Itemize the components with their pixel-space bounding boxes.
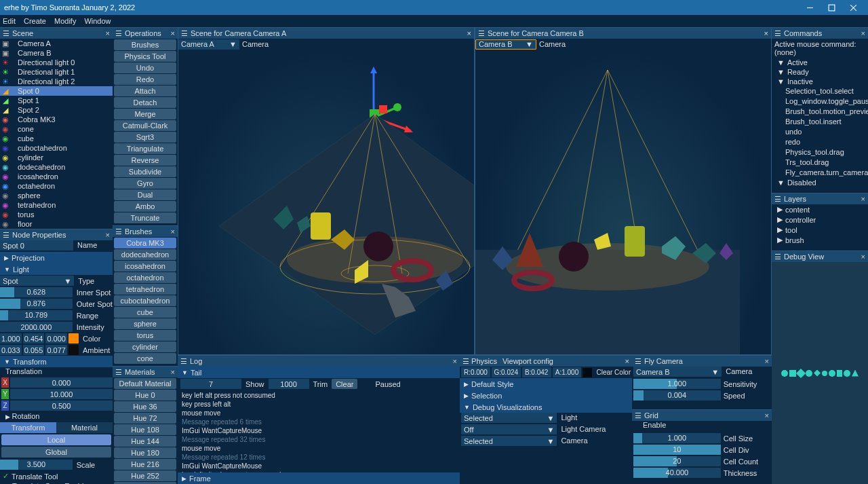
- viz-light-mode[interactable]: Selected▼: [461, 413, 557, 423]
- log-max[interactable]: 1000: [269, 379, 309, 389]
- material-button[interactable]: Hue 180: [114, 447, 176, 458]
- close-icon[interactable]: ×: [861, 29, 865, 37]
- default-style-section[interactable]: ▶Default Style: [460, 378, 632, 390]
- transform-section[interactable]: ▼Transform: [0, 356, 113, 367]
- cell-div-slider[interactable]: 10: [633, 445, 721, 455]
- log-frame-section[interactable]: ▶Frame: [178, 472, 460, 484]
- material-button[interactable]: Hue 144: [114, 436, 176, 447]
- close-icon[interactable]: ×: [625, 357, 629, 365]
- log-tail-section[interactable]: ▼Tail: [178, 367, 460, 378]
- scene-panel-header[interactable]: ☰ Scene ×: [0, 27, 113, 39]
- grid-header[interactable]: ☰ Grid ×: [632, 409, 772, 421]
- ambient-r[interactable]: 0.033: [0, 345, 22, 355]
- op-button[interactable]: Detach: [114, 97, 176, 108]
- viewport-a-camera-dropdown[interactable]: Camera A▼: [178, 39, 239, 50]
- scene-item[interactable]: ◉tetrahedron: [0, 200, 113, 210]
- close-icon[interactable]: ×: [171, 29, 175, 37]
- color-r[interactable]: 1.000: [0, 333, 22, 343]
- material-button[interactable]: Hue 216: [114, 459, 176, 470]
- scene-item[interactable]: ☀Directional light 1: [0, 67, 113, 77]
- layer-item[interactable]: ▶brush: [772, 235, 868, 245]
- scene-item[interactable]: ◉cylinder: [0, 153, 113, 162]
- color-swatch[interactable]: [68, 333, 79, 343]
- cmd-disabled[interactable]: ▼Disabled: [772, 178, 868, 187]
- layers-header[interactable]: ☰ Layers ×: [772, 193, 868, 204]
- scene-item[interactable]: ☀Directional light 0: [0, 58, 113, 67]
- debug-view-header[interactable]: ☰ Debug View ×: [772, 250, 868, 262]
- op-button[interactable]: Sqrt3: [114, 132, 176, 143]
- op-button[interactable]: Brushes: [114, 39, 176, 50]
- close-icon[interactable]: ×: [765, 357, 769, 365]
- brush-button[interactable]: cuboctahedron: [114, 295, 176, 306]
- material-button[interactable]: Default Material: [114, 378, 176, 389]
- material-button[interactable]: Hue 108: [114, 424, 176, 435]
- minimize-button[interactable]: [799, 0, 821, 15]
- op-button[interactable]: Merge: [114, 109, 176, 119]
- local-button[interactable]: Local: [1, 434, 111, 445]
- inner-spot-slider[interactable]: 0.628: [0, 287, 73, 297]
- brush-button[interactable]: dodecahedron: [114, 249, 176, 260]
- command-item[interactable]: Log_window.toggle_pause: [772, 96, 868, 107]
- close-icon[interactable]: ×: [106, 29, 110, 37]
- scene-item[interactable]: ◉Cobra MK3: [0, 115, 113, 124]
- scene-item[interactable]: ▣Camera A: [0, 39, 113, 48]
- scene-item[interactable]: ◢Spot 1: [0, 96, 113, 105]
- translate-tool-check[interactable]: ✓Translate Tool: [0, 470, 113, 482]
- viewport-b-canvas[interactable]: [475, 50, 771, 354]
- close-icon[interactable]: ×: [467, 29, 471, 37]
- ambient-b[interactable]: 0.077: [45, 345, 67, 355]
- menu-window[interactable]: Window: [84, 17, 111, 25]
- brush-button[interactable]: icosahedron: [114, 261, 176, 272]
- op-button[interactable]: Physics Tool: [114, 51, 176, 62]
- command-item[interactable]: Fly_camera.turn_camera: [772, 168, 868, 178]
- op-button[interactable]: Reverse: [114, 155, 176, 166]
- light-type-dropdown[interactable]: Spot▼: [0, 276, 74, 286]
- cell-size-slider[interactable]: 1.000: [633, 433, 721, 443]
- brush-button[interactable]: cylinder: [114, 341, 176, 352]
- scene-item[interactable]: ◉dodecahedron: [0, 162, 113, 172]
- close-icon[interactable]: ×: [764, 29, 768, 37]
- command-item[interactable]: redo: [772, 137, 868, 147]
- debug-viz-section[interactable]: ▼Debug Visualizations: [460, 401, 632, 413]
- node-props-header[interactable]: ☰ Node Properties ×: [0, 229, 113, 240]
- commands-header[interactable]: ☰ Commands ×: [772, 27, 868, 39]
- brush-button[interactable]: sphere: [114, 318, 176, 329]
- material-button[interactable]: Hue 72: [114, 413, 176, 424]
- layer-item[interactable]: ▶tool: [772, 225, 868, 235]
- debug-view-canvas[interactable]: [772, 262, 868, 484]
- scene-item[interactable]: ▣Camera B: [0, 48, 113, 58]
- op-button[interactable]: Gyro: [114, 178, 176, 189]
- intensity-input[interactable]: 2000.000: [0, 322, 73, 332]
- brushes-header[interactable]: ☰ Brushes ×: [113, 225, 178, 237]
- menu-create[interactable]: Create: [24, 17, 46, 25]
- scale-slider[interactable]: 3.500: [0, 460, 73, 470]
- brush-button[interactable]: torus: [114, 330, 176, 341]
- clear-button[interactable]: Clear: [332, 379, 357, 389]
- grid-enable-check[interactable]: Enable: [632, 421, 772, 432]
- paused-check[interactable]: Paused: [375, 380, 400, 388]
- brush-button[interactable]: cube: [114, 307, 176, 318]
- viz-camera-mode[interactable]: Selected▼: [461, 436, 557, 446]
- scene-item[interactable]: ◢Spot 0: [0, 86, 113, 96]
- command-item[interactable]: Selection_tool.select: [772, 86, 868, 96]
- command-item[interactable]: Brush_tool.insert: [772, 117, 868, 127]
- color-g[interactable]: 0.454: [23, 333, 45, 343]
- light-section[interactable]: ▼Light: [0, 263, 113, 275]
- scene-item[interactable]: ☀Directional light 2: [0, 77, 113, 86]
- layer-item[interactable]: ▶controller: [772, 215, 868, 225]
- log-show-count[interactable]: 7: [180, 379, 241, 389]
- ty-input[interactable]: 10.000: [10, 389, 113, 399]
- node-name-input[interactable]: Spot 0: [0, 240, 73, 250]
- sensitivity-slider[interactable]: 1.000: [633, 379, 721, 389]
- material-button[interactable]: Hue 0: [114, 390, 176, 401]
- close-icon[interactable]: ×: [861, 253, 865, 261]
- cmd-active[interactable]: ▼Active: [772, 58, 868, 67]
- close-icon[interactable]: ×: [861, 195, 865, 203]
- scene-item[interactable]: ◉icosahedron: [0, 172, 113, 181]
- scene-item[interactable]: ◉floor: [0, 219, 113, 229]
- ambient-g[interactable]: 0.055: [23, 345, 45, 355]
- op-button[interactable]: Subdivide: [114, 166, 176, 177]
- speed-slider[interactable]: 0.004: [633, 390, 721, 401]
- ambient-swatch[interactable]: [68, 345, 79, 355]
- tab-physics[interactable]: ☰ Physics: [462, 357, 497, 366]
